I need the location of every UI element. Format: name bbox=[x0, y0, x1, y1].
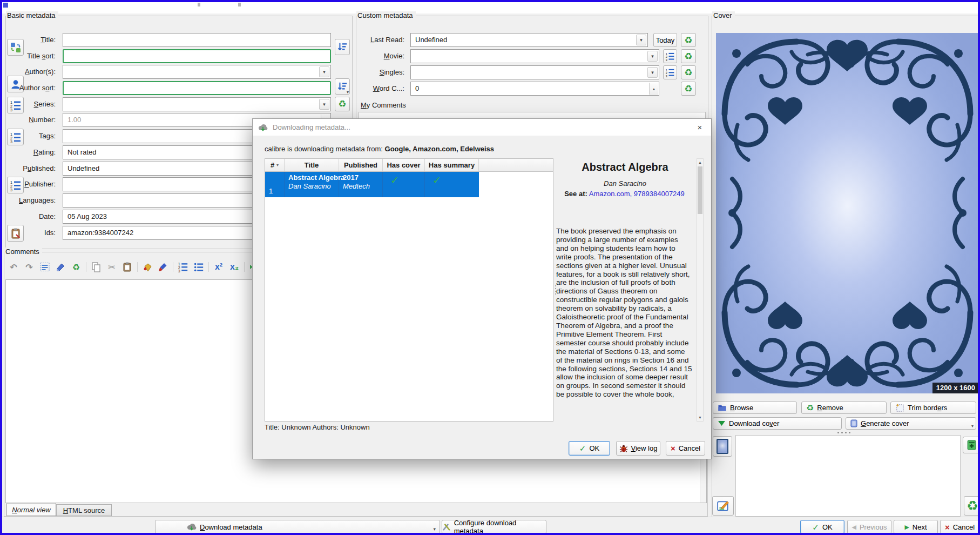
column-header-has-summary[interactable]: Has summary bbox=[425, 159, 479, 171]
svg-text:2: 2 bbox=[10, 136, 12, 140]
chevron-down-icon[interactable]: ▾ bbox=[319, 66, 329, 77]
edit-singles-items-button[interactable]: 123 bbox=[663, 65, 677, 79]
next-button[interactable]: ▶Next bbox=[894, 520, 938, 534]
series-label: Series: bbox=[17, 97, 60, 111]
today-button[interactable]: Today bbox=[653, 33, 677, 47]
see-at-link[interactable]: Amazon.com, 9789384007249 bbox=[589, 190, 685, 198]
download-cover-button[interactable]: Download cover bbox=[713, 417, 842, 430]
browse-cover-button[interactable]: Browse bbox=[713, 402, 797, 414]
published-label: Published: bbox=[17, 162, 60, 176]
last-read-combo[interactable]: Undefined ▾ bbox=[410, 33, 648, 47]
singles-combo[interactable]: ▾ bbox=[410, 65, 659, 79]
check-icon: ✓ bbox=[579, 444, 586, 452]
authors-label: Author(s): bbox=[17, 65, 60, 79]
dialog-cancel-button[interactable]: ×Cancel bbox=[666, 441, 705, 456]
unordered-list-icon[interactable] bbox=[193, 261, 205, 273]
author-sort-input[interactable] bbox=[63, 81, 331, 95]
clear-singles-button[interactable]: ♻ bbox=[681, 65, 696, 79]
svg-text:3: 3 bbox=[10, 108, 12, 111]
details-see-at: See at: Amazon.com, 9789384007249 bbox=[553, 190, 696, 198]
cell-published: 2017 Medtech bbox=[339, 172, 383, 197]
cancel-button[interactable]: ×Cancel bbox=[940, 520, 979, 534]
cover-image: 1200 x 1600 bbox=[716, 33, 979, 393]
cut-icon[interactable]: ✂ bbox=[106, 261, 118, 273]
eraser-icon[interactable] bbox=[55, 261, 66, 273]
scroll-down-icon[interactable]: ▼ bbox=[697, 414, 703, 421]
results-table-header: #▾ Title Published Has cover Has summary bbox=[265, 159, 553, 172]
formats-list[interactable] bbox=[735, 435, 961, 517]
svg-text:1: 1 bbox=[10, 132, 12, 136]
close-icon[interactable]: × bbox=[688, 119, 711, 135]
scrollbar-thumb[interactable] bbox=[698, 166, 702, 214]
dialog-view-log-button[interactable]: View log bbox=[616, 441, 660, 456]
clear-formatting-icon[interactable]: ♻ bbox=[70, 261, 82, 273]
remove-cover-button[interactable]: ♻ Remove bbox=[801, 402, 887, 414]
author-sort-auto-button[interactable]: ▾ bbox=[335, 78, 350, 95]
tab-normal-view[interactable]: Normal view bbox=[6, 503, 56, 516]
generate-cover-button[interactable]: Generate cover ▾ bbox=[846, 417, 976, 430]
dialog-status-line: Title: Unknown Authors: Unknown bbox=[265, 423, 370, 431]
chevron-down-icon[interactable]: ▾ bbox=[647, 51, 658, 62]
languages-label: Languages: bbox=[17, 193, 60, 208]
scroll-up-icon[interactable]: ▲ bbox=[697, 159, 703, 166]
cover-group: Cover bbox=[712, 16, 980, 517]
title-sort-input[interactable] bbox=[63, 49, 331, 63]
word-count-input[interactable]: 0 ▲▼ bbox=[410, 82, 659, 96]
cover-group-label: Cover bbox=[712, 11, 735, 19]
column-header-has-cover[interactable]: Has cover bbox=[383, 159, 425, 171]
clear-word-count-button[interactable]: ♻ bbox=[681, 82, 696, 96]
undo-icon[interactable]: ↶ bbox=[8, 261, 19, 273]
background-color-icon[interactable] bbox=[141, 261, 153, 273]
ok-button[interactable]: ✓OK bbox=[800, 520, 844, 534]
chevron-down-icon[interactable]: ▾ bbox=[636, 35, 646, 45]
details-scrollbar[interactable]: ▲ ▼ bbox=[697, 158, 704, 422]
movie-combo[interactable]: ▾ bbox=[410, 49, 659, 63]
column-header-num[interactable]: #▾ bbox=[265, 159, 285, 171]
dialog-ok-button[interactable]: ✓OK bbox=[569, 441, 610, 456]
subscript-icon[interactable]: x₂ bbox=[228, 261, 240, 273]
add-format-button[interactable] bbox=[963, 437, 980, 453]
edit-movie-items-button[interactable]: 123 bbox=[663, 49, 677, 63]
title-input[interactable] bbox=[63, 33, 331, 47]
window-titlebar bbox=[2, 2, 978, 14]
foreground-color-brush-icon[interactable] bbox=[157, 261, 169, 273]
previous-button[interactable]: ◀Previous bbox=[847, 520, 891, 534]
remove-format-button[interactable]: ♻ bbox=[964, 496, 980, 516]
formats-splitter-handle[interactable] bbox=[837, 432, 850, 433]
details-title: Abstract Algebra bbox=[556, 161, 694, 173]
title-sort-auto-button[interactable] bbox=[335, 39, 350, 55]
series-combo[interactable]: ▾ bbox=[63, 97, 331, 111]
chevron-down-icon[interactable]: ▾ bbox=[319, 99, 329, 110]
tab-html-source[interactable]: HTML source bbox=[56, 504, 112, 516]
chevron-down-icon[interactable]: ▾ bbox=[433, 526, 436, 532]
word-count-spinner[interactable]: ▲▼ bbox=[649, 83, 658, 95]
rating-label: Rating: bbox=[17, 145, 60, 159]
edit-format-button[interactable] bbox=[712, 496, 734, 516]
redo-icon[interactable]: ↷ bbox=[23, 261, 35, 273]
chevron-down-icon: ▾ bbox=[347, 90, 349, 95]
spin-up-icon[interactable]: ▲ bbox=[650, 83, 658, 96]
configure-download-metadata-button[interactable]: Configure download metadata bbox=[442, 520, 546, 534]
custom-metadata-group-label: Custom metadata bbox=[356, 11, 416, 19]
chevron-down-icon[interactable]: ▾ bbox=[647, 67, 658, 78]
copy-icon[interactable] bbox=[90, 261, 102, 273]
clear-movie-button[interactable]: ♻ bbox=[681, 49, 696, 63]
results-table: #▾ Title Published Has cover Has summary… bbox=[265, 158, 553, 422]
cover-thumbnail-button[interactable] bbox=[713, 436, 732, 457]
title-label: Title: bbox=[17, 33, 60, 47]
trim-borders-button[interactable]: Trim borders bbox=[890, 402, 976, 414]
clear-series-button[interactable]: ♻ bbox=[335, 97, 350, 111]
superscript-icon[interactable]: x² bbox=[213, 261, 225, 273]
authors-combo[interactable]: ▾ bbox=[63, 65, 331, 79]
title-sort-label: Title sort: bbox=[17, 49, 60, 63]
paste-icon[interactable] bbox=[121, 261, 133, 273]
numbered-list-icon: 123 bbox=[665, 51, 675, 61]
ordered-list-icon[interactable]: 123 bbox=[177, 261, 189, 273]
select-all-icon[interactable] bbox=[39, 261, 51, 273]
table-row-selected[interactable]: 1 Abstract Algebra Dan Saracino 2017 Med… bbox=[265, 172, 479, 197]
clear-last-read-button[interactable]: ♻ bbox=[681, 33, 696, 47]
column-header-title[interactable]: Title bbox=[285, 159, 339, 171]
download-metadata-cloud-icon bbox=[187, 523, 197, 531]
column-header-published[interactable]: Published bbox=[339, 159, 383, 171]
download-metadata-button[interactable]: Download metadata ▾ bbox=[155, 520, 440, 534]
